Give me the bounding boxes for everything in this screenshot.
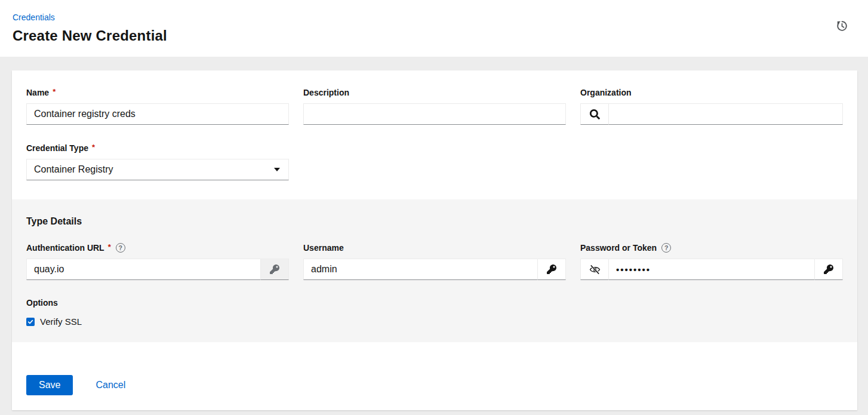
credential-type-selected-value: Container Registry [34,164,113,175]
help-icon[interactable]: ? [661,243,671,253]
type-details-section: Type Details Authentication URL * ? [12,199,857,342]
type-details-heading: Type Details [26,216,843,227]
credential-form-card: Name * Description Organization [12,70,857,410]
required-asterisk: * [108,242,111,251]
authentication-url-input[interactable] [26,259,261,280]
help-icon[interactable]: ? [116,243,125,253]
check-icon [27,319,33,325]
authentication-url-field-group: Authentication URL * ? [26,242,289,280]
password-field-group: Password or Token ? [580,242,843,280]
cancel-button[interactable]: Cancel [96,380,125,391]
name-label: Name * [26,87,289,98]
page-header: Credentials Create New Credential [0,0,868,57]
form-actions: Save Cancel [12,342,857,410]
credential-type-select[interactable]: Container Registry [26,159,289,180]
required-asterisk: * [53,87,56,96]
authentication-url-credential-lookup-button[interactable] [261,259,289,280]
password-input[interactable] [608,259,815,280]
description-field-group: Description [303,87,566,125]
breadcrumb-credentials-link[interactable]: Credentials [13,13,55,22]
key-icon [270,265,279,274]
verify-ssl-row: Verify SSL [26,316,843,327]
username-label: Username [303,242,566,253]
organization-input[interactable] [608,103,843,125]
password-credential-lookup-button[interactable] [815,259,843,280]
chevron-down-icon [274,168,280,171]
search-icon [590,109,600,119]
basic-fields-section: Name * Description Organization [12,70,857,199]
history-icon [836,20,848,32]
name-field-group: Name * [26,87,289,125]
password-label: Password or Token ? [580,242,843,253]
history-button[interactable] [835,19,849,33]
name-input[interactable] [26,103,289,125]
organization-label: Organization [580,87,843,98]
eye-slash-icon [589,264,601,275]
verify-ssl-checkbox[interactable] [26,318,35,326]
credential-type-field-group: Credential Type * Container Registry [26,143,289,180]
breadcrumb: Credentials [13,12,854,23]
username-field-group: Username [303,242,566,280]
authentication-url-label: Authentication URL * ? [26,242,289,253]
verify-ssl-label[interactable]: Verify SSL [40,316,82,327]
organization-lookup-button[interactable] [580,103,608,125]
description-input[interactable] [303,103,566,125]
key-icon [547,265,556,274]
options-heading: Options [26,298,843,308]
username-credential-lookup-button[interactable] [538,259,566,280]
username-input[interactable] [303,259,538,280]
password-visibility-toggle-button[interactable] [580,259,608,280]
key-icon [824,265,833,274]
required-asterisk: * [92,143,95,152]
credential-type-label: Credential Type * [26,143,289,153]
save-button[interactable]: Save [26,375,73,395]
description-label: Description [303,87,566,98]
organization-field-group: Organization [580,87,843,125]
page-title: Create New Credential [13,27,854,44]
